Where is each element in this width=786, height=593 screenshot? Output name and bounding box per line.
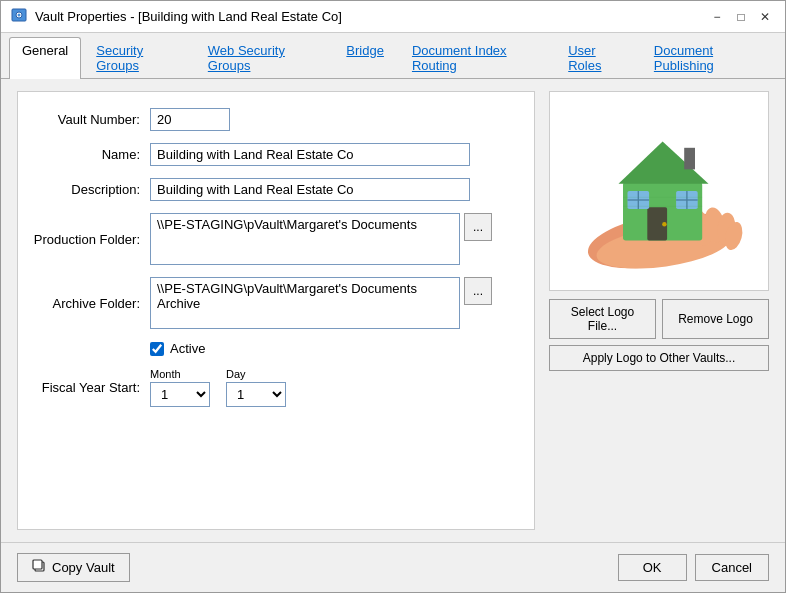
tab-web-security-groups[interactable]: Web Security Groups bbox=[195, 37, 332, 78]
production-folder-row: Production Folder: \\PE-STAGING\pVault\M… bbox=[30, 213, 522, 265]
left-panel: Vault Number: Name: Description: Product… bbox=[17, 91, 535, 530]
name-row: Name: bbox=[30, 143, 522, 166]
title-bar: Vault Properties - [Building with Land R… bbox=[1, 1, 785, 33]
svg-point-2 bbox=[18, 14, 21, 17]
apply-logo-button[interactable]: Apply Logo to Other Vaults... bbox=[549, 345, 769, 371]
logo-image bbox=[569, 101, 749, 281]
archive-folder-row: Archive Folder: \\PE-STAGING\pVault\Marg… bbox=[30, 277, 522, 329]
description-label: Description: bbox=[30, 182, 150, 197]
ok-button[interactable]: OK bbox=[618, 554, 687, 581]
logo-btn-row: Select Logo File... Remove Logo bbox=[549, 299, 769, 339]
svg-point-13 bbox=[662, 222, 667, 227]
select-logo-button[interactable]: Select Logo File... bbox=[549, 299, 656, 339]
copy-vault-button[interactable]: Copy Vault bbox=[17, 553, 130, 582]
logo-preview bbox=[549, 91, 769, 291]
right-panel: Select Logo File... Remove Logo Apply Lo… bbox=[549, 91, 769, 530]
copy-icon bbox=[32, 559, 46, 576]
month-select[interactable]: 1 2 3 4 5 6 7 8 9 10 11 12 bbox=[150, 382, 210, 407]
maximize-button[interactable]: □ bbox=[731, 7, 751, 27]
description-input[interactable] bbox=[150, 178, 470, 201]
vault-icon bbox=[11, 7, 27, 26]
title-bar-controls: − □ ✕ bbox=[707, 7, 775, 27]
tab-security-groups[interactable]: Security Groups bbox=[83, 37, 193, 78]
main-window: Vault Properties - [Building with Land R… bbox=[0, 0, 786, 593]
tab-bridge[interactable]: Bridge bbox=[333, 37, 397, 78]
production-folder-input-group: \\PE-STAGING\pVault\Margaret's Documents… bbox=[150, 213, 492, 265]
minimize-button[interactable]: − bbox=[707, 7, 727, 27]
footer-right: OK Cancel bbox=[618, 554, 769, 581]
tab-document-index-routing[interactable]: Document Index Routing bbox=[399, 37, 553, 78]
right-buttons: Select Logo File... Remove Logo Apply Lo… bbox=[549, 299, 769, 371]
month-group: Month 1 2 3 4 5 6 7 8 9 10 11 bbox=[150, 368, 210, 407]
vault-number-input[interactable] bbox=[150, 108, 230, 131]
archive-folder-label: Archive Folder: bbox=[30, 296, 150, 311]
remove-logo-button[interactable]: Remove Logo bbox=[662, 299, 769, 339]
tab-bar: General Security Groups Web Security Gro… bbox=[1, 33, 785, 79]
fiscal-year-label: Fiscal Year Start: bbox=[30, 380, 150, 395]
active-row: Active bbox=[30, 341, 522, 356]
svg-rect-11 bbox=[684, 148, 695, 170]
fiscal-year-row: Fiscal Year Start: Month 1 2 3 4 5 6 7 8 bbox=[30, 368, 522, 407]
name-input[interactable] bbox=[150, 143, 470, 166]
tab-user-roles[interactable]: User Roles bbox=[555, 37, 639, 78]
description-row: Description: bbox=[30, 178, 522, 201]
production-folder-browse-button[interactable]: ... bbox=[464, 213, 492, 241]
cancel-button[interactable]: Cancel bbox=[695, 554, 769, 581]
tab-document-publishing[interactable]: Document Publishing bbox=[641, 37, 777, 78]
vault-number-label: Vault Number: bbox=[30, 112, 150, 127]
archive-folder-input[interactable]: \\PE-STAGING\pVault\Margaret's Documents… bbox=[150, 277, 460, 329]
name-label: Name: bbox=[30, 147, 150, 162]
archive-folder-browse-button[interactable]: ... bbox=[464, 277, 492, 305]
window-title: Vault Properties - [Building with Land R… bbox=[35, 9, 342, 24]
day-group: Day 1 2 3 4 5 6 7 8 9 10 11 bbox=[226, 368, 286, 407]
production-folder-input[interactable]: \\PE-STAGING\pVault\Margaret's Documents bbox=[150, 213, 460, 265]
svg-rect-23 bbox=[33, 560, 42, 569]
fiscal-dropdowns: Month 1 2 3 4 5 6 7 8 9 10 11 bbox=[150, 368, 286, 407]
title-bar-left: Vault Properties - [Building with Land R… bbox=[11, 7, 342, 26]
month-sublabel: Month bbox=[150, 368, 210, 380]
footer-left: Copy Vault bbox=[17, 553, 130, 582]
main-content: Vault Number: Name: Description: Product… bbox=[1, 79, 785, 542]
day-sublabel: Day bbox=[226, 368, 286, 380]
day-select[interactable]: 1 2 3 4 5 6 7 8 9 10 11 12 13 bbox=[226, 382, 286, 407]
close-button[interactable]: ✕ bbox=[755, 7, 775, 27]
production-folder-label: Production Folder: bbox=[30, 232, 150, 247]
footer: Copy Vault OK Cancel bbox=[1, 542, 785, 592]
active-checkbox[interactable] bbox=[150, 342, 164, 356]
archive-folder-input-group: \\PE-STAGING\pVault\Margaret's Documents… bbox=[150, 277, 492, 329]
active-label: Active bbox=[170, 341, 205, 356]
vault-number-row: Vault Number: bbox=[30, 108, 522, 131]
tab-general[interactable]: General bbox=[9, 37, 81, 79]
